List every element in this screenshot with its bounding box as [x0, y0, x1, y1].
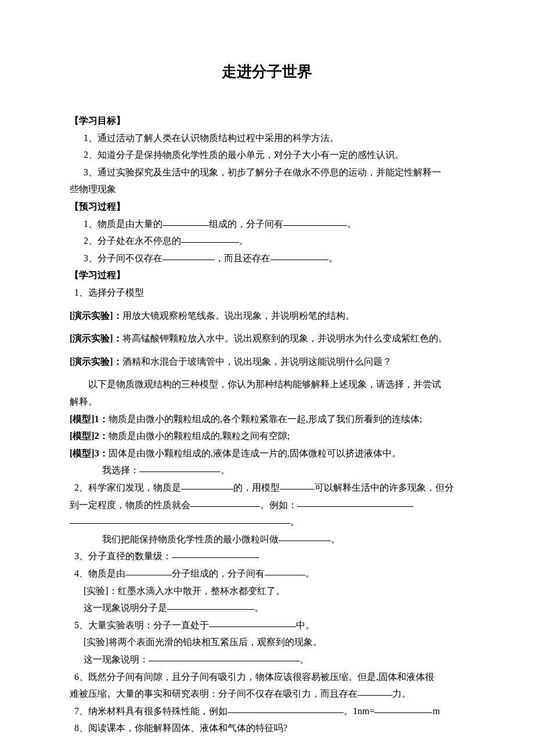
q5: 5、大量实验表明：分子一直处于中。	[70, 617, 464, 634]
blank-1a[interactable]	[163, 217, 209, 226]
demo-exp-1: [演示实验]：用放大镜观察粉笔线条。说出现象，并说明粉笔的结构。	[70, 307, 464, 325]
q7: 7、纳米材料具有很多特殊性能，例如。1nm=m	[70, 703, 464, 720]
model-2-text: 物质是由微小的颗粒组成的,颗粒之间有空隙;	[109, 431, 290, 441]
q2-g-b: 。	[331, 534, 340, 544]
blank-3b[interactable]	[270, 251, 329, 260]
blank-q2-2[interactable]	[280, 480, 315, 489]
preview-1: 1、物质是由大量的组成的，分子间有。	[70, 215, 464, 233]
model-1-text: 物质是由微小的颗粒组成的,各个颗粒紧靠在一起,形成了我们所看到的连续体;	[109, 414, 422, 424]
blank-q5[interactable]	[209, 618, 296, 627]
q7-a: 7、纳米材料具有很多特殊性能，例如	[74, 706, 228, 716]
blank-q7-2[interactable]	[374, 704, 432, 713]
model-2: [模型]2：物质是由微小的颗粒组成的,颗粒之间有空隙;	[70, 427, 464, 445]
section-process-head: 【学习过程】	[70, 267, 464, 284]
q6-c: 力。	[392, 689, 411, 699]
q2-line1: 2、科学家们发现，物质是的，用模型可以解释生活中的许多现象，但分	[70, 479, 464, 496]
preview-1-c: 。	[347, 219, 356, 229]
blank-q2-5[interactable]	[70, 514, 290, 524]
demo-exp-2: [演示实验]：将高锰酸钾颗粒放入水中。说出观察到的现象，并说明水为什么变成紫红色…	[70, 330, 464, 347]
model-3-label: [模型]3：	[70, 448, 109, 458]
model-intro-line2: 解释。	[70, 393, 464, 411]
blank-q6[interactable]	[358, 686, 392, 696]
exp4-r-b: 。	[254, 603, 264, 613]
exp5: [实验]将两个表面光滑的铅块相互紧压后，观察到的现象。	[70, 633, 464, 651]
demo-exp-1-label: [演示实验]：	[70, 311, 122, 321]
preview-1-a: 1、物质是由大量的	[84, 219, 163, 229]
model-1: [模型]1：物质是由微小的颗粒组成的,各个颗粒紧靠在一起,形成了我们所看到的连续…	[70, 411, 464, 428]
demo-exp-1-text: 用放大镜观察粉笔线条。说出现象，并说明粉笔的结构。	[122, 311, 355, 321]
blank-q2-3[interactable]	[190, 498, 260, 507]
preview-3-b: ，而且还存在	[215, 253, 270, 263]
q2-min-particle: 我们把能保持物质化学性质的最小微粒叫做。	[70, 531, 464, 548]
preview-3-c: 。	[329, 253, 338, 263]
page-title: 走进分子世界	[70, 58, 464, 86]
objective-2: 2、知道分子是保持物质化学性质的最小单元，对分子大小有一定的感性认识。	[70, 146, 464, 164]
demo-exp-2-text: 将高锰酸钾颗粒放入水中。说出观察到的现象，并说明水为什么变成紫红色的。	[122, 333, 448, 343]
q2-a: 2、科学家们发现，物质是	[74, 483, 181, 492]
q4: 4、物质是由分子组成的，分子间有。	[70, 565, 464, 582]
section-preview-head: 【预习过程】	[70, 198, 464, 215]
q2-c: 可以解释生活中的许多现象，但分	[315, 483, 454, 492]
blank-q2-4[interactable]	[297, 498, 413, 507]
blank-q3[interactable]	[172, 549, 259, 558]
blank-2a[interactable]	[181, 233, 239, 243]
q5-a: 5、大量实验表明：分子一直处于	[74, 620, 209, 630]
exp4-result: 这一现象说明分子是。	[70, 599, 464, 617]
q6-b: 难被压缩。大量的事实和研究表明：分子间不仅存在吸引力，而且存在	[70, 689, 358, 699]
objective-3-line1: 3、通过实验探究及生活中的现象，初步了解分子在做永不停息的运动，并能定性解释一	[70, 164, 464, 181]
q8: 8、阅读课本，你能解释固体、液体和气体的特征吗?	[70, 719, 464, 737]
preview-3-a: 3、分子间不仅存在	[84, 253, 163, 263]
q4-a: 4、物质是由	[74, 568, 125, 578]
q4-b: 分子组成的，分子间有	[172, 568, 265, 578]
q2-g-a: 我们把能保持物质化学性质的最小微粒叫做	[102, 534, 279, 544]
demo-exp-3-text: 酒精和水混合于玻璃管中，说出现象，并说明这能说明什么问题？	[122, 357, 392, 366]
section-objectives-head: 【学习目标】	[70, 112, 464, 129]
exp4-r-a: 这一现象说明分子是	[84, 603, 167, 613]
model-1-label: [模型]1：	[70, 414, 109, 424]
model-intro-line1: 以下是物质微观结构的三种模型，你认为那种结构能够解释上述现象，请选择，并尝试	[70, 376, 464, 393]
q6-line1: 6、既然分子间有间隙，且分子间有吸引力，物体应该很容易被压缩。但是,固体和液体很	[70, 668, 464, 686]
blank-q4-2[interactable]	[265, 566, 305, 575]
q2-line2: 到一定程度，物质的性质就会。例如：	[70, 496, 464, 514]
q2-d: 到一定程度，物质的性质就会	[70, 500, 190, 510]
model-2-label: [模型]2：	[70, 431, 109, 441]
model-choose-b: 。	[221, 465, 230, 475]
blank-q2-6[interactable]	[279, 532, 331, 541]
preview-2-b: 。	[239, 236, 248, 246]
blank-3a[interactable]	[163, 251, 215, 260]
blank-choose[interactable]	[139, 463, 221, 472]
q5-b: 中。	[296, 620, 315, 630]
q2-f: 。	[290, 517, 300, 527]
q3-a: 3、分子直径的数量级：	[74, 551, 172, 561]
q7-b: 。1nm=	[344, 706, 374, 716]
preview-2: 2、分子处在永不停息的。	[70, 232, 464, 250]
q2-b: 的，用模型	[233, 483, 280, 492]
exp5-result: 这一现象说明：。	[70, 651, 464, 668]
blank-q2-1[interactable]	[181, 480, 233, 489]
exp4: [实验]：红墨水滴入水中散开，整杯水都变红了。	[70, 582, 464, 600]
demo-exp-3: [演示实验]：酒精和水混合于玻璃管中，说出现象，并说明这能说明什么问题？	[70, 353, 464, 370]
q7-c: m	[432, 706, 439, 716]
exp5-r-a: 这一现象说明：	[84, 654, 149, 664]
exp5-r-b: 。	[300, 654, 309, 664]
preview-2-a: 2、分子处在永不停息的	[84, 236, 181, 246]
model-choose-a: 我选择：	[102, 465, 139, 475]
objective-1: 1、通过活动了解人类在认识物质结构过程中采用的科学方法。	[70, 129, 464, 147]
objective-3-line2: 些物理现象	[70, 181, 464, 198]
preview-1-b: 组成的，分子间有	[209, 219, 283, 229]
q2-e: 。例如：	[260, 500, 297, 510]
q6-line2: 难被压缩。大量的事实和研究表明：分子间不仅存在吸引力，而且存在力。	[70, 685, 464, 703]
demo-exp-2-label: [演示实验]：	[70, 333, 122, 343]
q2-line3: 。	[70, 513, 464, 531]
blank-1b[interactable]	[283, 217, 347, 226]
process-item-1: 1、选择分子模型	[70, 284, 464, 301]
model-3: [模型]3：固体是由微小颗粒组成的,液体是连成一片的,固体微粒可以挤进液体中。	[70, 445, 464, 462]
model-choose: 我选择：。	[70, 462, 464, 479]
preview-3: 3、分子间不仅存在，而且还存在。	[70, 250, 464, 267]
blank-exp5[interactable]	[149, 652, 300, 661]
blank-q4-1[interactable]	[125, 566, 172, 575]
blank-exp4[interactable]	[167, 600, 254, 610]
blank-q7-1[interactable]	[228, 704, 344, 713]
demo-exp-3-label: [演示实验]：	[70, 357, 122, 366]
q3: 3、分子直径的数量级：	[70, 548, 464, 565]
